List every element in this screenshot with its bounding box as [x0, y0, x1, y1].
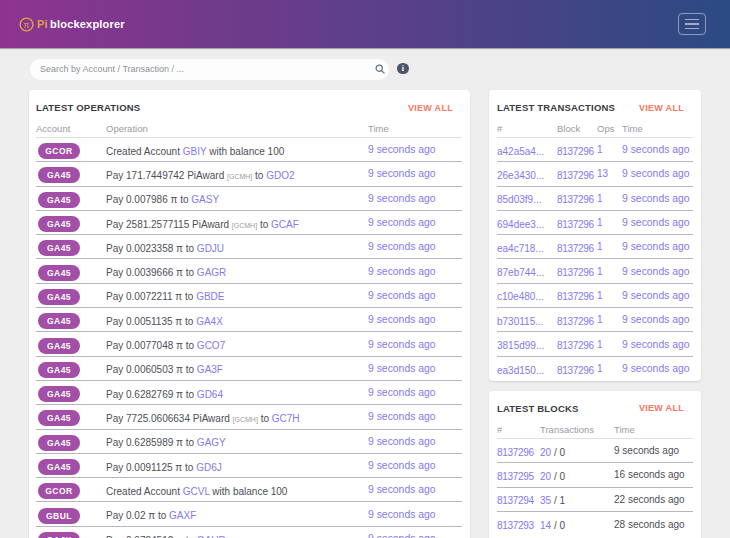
account-badge[interactable]: GA45	[38, 289, 80, 305]
account-badge[interactable]: GAJX	[38, 532, 80, 538]
block-number-link[interactable]: 8137294	[497, 495, 534, 506]
account-badge[interactable]: GA45	[38, 410, 80, 426]
transactions-col-hash: #	[497, 123, 557, 134]
app-header: π Pi blockexplorer	[0, 0, 730, 48]
search-input[interactable]	[30, 59, 389, 80]
block-link[interactable]: 8137296	[557, 243, 594, 254]
blocks-col-time: Time	[614, 424, 693, 435]
transaction-row: a42a5a4...813729619 seconds ago	[497, 138, 693, 162]
transaction-hash-link[interactable]: 87eb744...	[497, 267, 544, 278]
blocks-view-all-link[interactable]: VIEW ALL	[639, 403, 684, 413]
transaction-row: 85d03f9...813729619 seconds ago	[497, 187, 693, 211]
block-number-link[interactable]: 8137296	[497, 447, 534, 458]
account-link[interactable]: GCAF	[271, 219, 299, 230]
account-link[interactable]: GAXF	[169, 510, 196, 521]
operation-row: GA45Pay 7725.0606634 PiAward [GCMH] to G…	[36, 405, 462, 429]
account-link[interactable]: GCVL	[183, 486, 210, 497]
block-time: 28 seconds ago	[614, 519, 693, 530]
account-badge[interactable]: GA45	[38, 435, 80, 451]
transaction-time: 9 seconds ago	[622, 363, 693, 374]
operations-col-account: Account	[36, 123, 106, 134]
operation-text: Pay 0.0091125 π to GD6J	[106, 457, 368, 475]
account-badge[interactable]: GCOR	[38, 483, 80, 499]
search-icon[interactable]	[375, 64, 385, 74]
latest-blocks-panel: LATEST BLOCKS VIEW ALL # Transactions Ti…	[489, 391, 701, 538]
transaction-row: 87eb744...813729619 seconds ago	[497, 259, 693, 283]
transaction-hash-link[interactable]: ea4c718...	[497, 243, 544, 254]
account-link[interactable]: GA4X	[196, 316, 223, 327]
block-number-link[interactable]: 8137295	[497, 471, 534, 482]
transaction-hash-link[interactable]: 694dee3...	[497, 219, 544, 230]
operation-time: 9 seconds ago	[368, 266, 462, 277]
transaction-hash-link[interactable]: 85d03f9...	[497, 194, 541, 205]
account-badge[interactable]: GA45	[38, 362, 80, 378]
info-icon[interactable]: i	[397, 63, 409, 75]
block-number-link[interactable]: 8137293	[497, 520, 534, 531]
account-badge[interactable]: GA45	[38, 167, 80, 183]
account-link[interactable]: GDO2	[266, 170, 294, 181]
block-link[interactable]: 8137296	[557, 146, 594, 157]
latest-operations-panel: LATEST OPERATIONS VIEW ALL Account Opera…	[29, 90, 470, 538]
transaction-time: 9 seconds ago	[622, 168, 693, 179]
transaction-time: 9 seconds ago	[622, 339, 693, 350]
block-tx-count-link[interactable]: 20	[540, 471, 551, 482]
blocks-title: LATEST BLOCKS	[497, 403, 579, 414]
block-link[interactable]: 8137296	[557, 194, 594, 205]
account-link[interactable]: GD6J	[196, 462, 222, 473]
block-time: 16 seconds ago	[614, 469, 693, 480]
block-link[interactable]: 8137296	[557, 340, 594, 351]
block-tx-count-link[interactable]: 35	[540, 495, 551, 506]
account-link[interactable]: GD64	[197, 389, 223, 400]
account-link[interactable]: GDJU	[197, 243, 224, 254]
transactions-view-all-link[interactable]: VIEW ALL	[639, 103, 684, 113]
transaction-hash-link[interactable]: 3815d99...	[497, 340, 544, 351]
account-link[interactable]: GAGY	[197, 437, 226, 448]
menu-button[interactable]	[678, 13, 706, 35]
account-badge[interactable]: GCOR	[38, 143, 80, 159]
account-badge[interactable]: GA45	[38, 386, 80, 402]
block-link[interactable]: 8137296	[557, 170, 594, 181]
block-tx-count-link[interactable]: 20	[540, 447, 551, 458]
block-link[interactable]: 8137296	[557, 267, 594, 278]
account-badge[interactable]: GA45	[38, 265, 80, 281]
account-link[interactable]: GCO7	[197, 340, 225, 351]
account-badge[interactable]: GA45	[38, 240, 80, 256]
block-link[interactable]: 8137296	[557, 219, 594, 230]
transaction-hash-link[interactable]: c10e480...	[497, 291, 544, 302]
account-link[interactable]: GBDE	[196, 291, 224, 302]
account-link[interactable]: GA3F	[197, 364, 223, 375]
transaction-time: 9 seconds ago	[622, 241, 693, 252]
account-badge[interactable]: GA45	[38, 459, 80, 475]
transaction-hash-link[interactable]: 26e3430...	[497, 170, 544, 181]
operation-row: GA45Pay 0.0077048 π to GCO79 seconds ago	[36, 332, 462, 356]
account-badge[interactable]: GBUL	[38, 508, 80, 524]
operation-time: 9 seconds ago	[368, 290, 462, 301]
operation-row: GCORCreated Account GCVL with balance 10…	[36, 478, 462, 502]
transaction-hash-link[interactable]: ea3d150...	[497, 365, 544, 376]
operation-time: 9 seconds ago	[368, 387, 462, 398]
account-link[interactable]: GBIY	[183, 146, 207, 157]
operations-view-all-link[interactable]: VIEW ALL	[408, 103, 453, 113]
transaction-time: 9 seconds ago	[622, 144, 693, 155]
operation-time: 9 seconds ago	[368, 509, 462, 520]
transaction-time: 9 seconds ago	[622, 217, 693, 228]
block-link[interactable]: 8137296	[557, 291, 594, 302]
transaction-ops-count: 1	[597, 314, 622, 325]
account-badge[interactable]: GA45	[38, 313, 80, 329]
block-link[interactable]: 8137296	[557, 316, 594, 327]
account-badge[interactable]: GA45	[38, 338, 80, 354]
operation-text: Pay 0.0077048 π to GCO7	[106, 335, 368, 353]
search-row: i	[30, 58, 701, 79]
account-link[interactable]: GC7H	[272, 413, 300, 424]
operation-time: 9 seconds ago	[368, 460, 462, 471]
account-badge[interactable]: GA45	[38, 192, 80, 208]
account-link[interactable]: GAGR	[197, 267, 226, 278]
transaction-hash-link[interactable]: b730115...	[497, 316, 544, 327]
menu-icon	[685, 19, 699, 20]
account-badge[interactable]: GA45	[38, 216, 80, 232]
transaction-hash-link[interactable]: a42a5a4...	[497, 146, 544, 157]
account-link[interactable]: GASY	[191, 194, 219, 205]
block-tx-count-link[interactable]: 14	[540, 520, 551, 531]
brand[interactable]: π Pi blockexplorer	[19, 17, 125, 32]
block-link[interactable]: 8137296	[557, 365, 594, 376]
